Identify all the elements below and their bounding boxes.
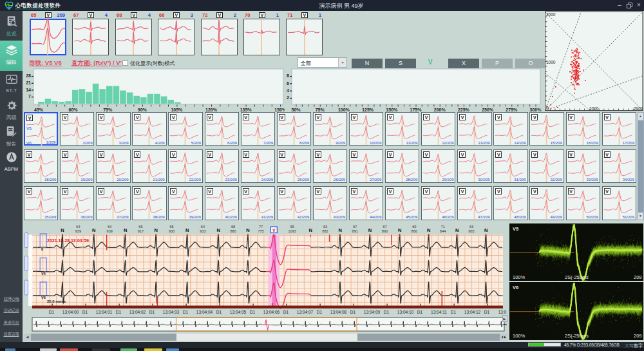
svg-text:100%: 100% xyxy=(513,333,526,339)
svg-text:939: 939 xyxy=(75,229,81,233)
svg-text:64: 64 xyxy=(76,225,80,229)
svg-text:125%: 125% xyxy=(362,108,374,112)
svg-text:891: 891 xyxy=(352,229,358,233)
svg-text:200%: 200% xyxy=(434,108,446,112)
svg-text:8: 8 xyxy=(287,73,289,78)
svg-text:120%: 120% xyxy=(205,108,218,112)
svg-text:N: N xyxy=(427,227,430,233)
svg-text:105%: 105% xyxy=(171,108,183,112)
svg-text:917: 917 xyxy=(138,229,144,233)
svg-text:V5: V5 xyxy=(513,226,518,232)
svg-text:63: 63 xyxy=(469,225,473,229)
svg-text:28: 28 xyxy=(26,73,31,78)
svg-text:933: 933 xyxy=(200,229,205,233)
svg-text:90%: 90% xyxy=(138,108,147,112)
svg-text:13:04:00: 13:04:00 xyxy=(62,310,79,314)
svg-text:13:04:10: 13:04:10 xyxy=(397,310,414,314)
svg-text:13:04:01: 13:04:01 xyxy=(96,310,113,314)
svg-text:D1: D1 xyxy=(317,310,323,314)
svg-text:N: N xyxy=(155,227,158,233)
svg-text:25.0 mm/s: 25.0 mm/s xyxy=(47,299,66,303)
svg-text:D1: D1 xyxy=(116,310,122,314)
svg-text:65: 65 xyxy=(169,225,173,229)
svg-text:D1: D1 xyxy=(149,310,155,314)
svg-text:275%: 275% xyxy=(506,108,518,112)
svg-text:2000: 2000 xyxy=(546,12,556,17)
svg-text:13:0: 13:0 xyxy=(498,310,507,314)
svg-text:209: 209 xyxy=(634,274,642,280)
svg-text:7: 7 xyxy=(28,94,31,99)
svg-text:225%: 225% xyxy=(458,108,470,112)
svg-text:1093: 1093 xyxy=(289,229,296,233)
svg-text:D1: D1 xyxy=(384,310,390,314)
svg-text:135%: 135% xyxy=(240,108,252,112)
svg-text:65: 65 xyxy=(138,225,142,229)
svg-text:D1: D1 xyxy=(451,310,457,314)
svg-text:880: 880 xyxy=(231,229,236,233)
svg-text:890: 890 xyxy=(382,229,388,233)
svg-text:N: N xyxy=(61,227,64,233)
svg-text:4: 4 xyxy=(287,88,289,93)
svg-text:77: 77 xyxy=(259,225,263,229)
svg-text:V6: V6 xyxy=(513,285,518,290)
svg-text:1000: 1000 xyxy=(589,106,599,111)
svg-text:13:04:05: 13:04:05 xyxy=(230,310,247,314)
svg-text:2S(-250ms: 2S(-250ms xyxy=(565,333,589,339)
svg-text:50%: 50% xyxy=(291,108,301,112)
svg-text:13:04:04: 13:04:04 xyxy=(196,310,213,314)
svg-text:300%: 300% xyxy=(530,108,542,112)
svg-text:939: 939 xyxy=(107,229,113,233)
svg-text:N: N xyxy=(484,227,488,233)
svg-text:844: 844 xyxy=(440,229,446,233)
svg-text:209: 209 xyxy=(634,333,642,339)
svg-text:D1: D1 xyxy=(250,310,256,314)
svg-text:75%: 75% xyxy=(316,108,325,112)
svg-text:13:04:03: 13:04:03 xyxy=(163,310,180,314)
svg-text:D1: D1 xyxy=(49,310,55,314)
svg-text:100%: 100% xyxy=(338,108,350,112)
svg-text:D1: D1 xyxy=(183,310,189,314)
svg-text:1000: 1000 xyxy=(546,60,556,64)
svg-text:N: N xyxy=(246,227,249,233)
svg-text:45%: 45% xyxy=(34,108,44,112)
svg-text:60%: 60% xyxy=(69,108,79,112)
svg-text:N: N xyxy=(216,227,220,233)
svg-text:69: 69 xyxy=(412,225,416,229)
svg-text:6: 6 xyxy=(287,81,289,86)
svg-text:N: N xyxy=(368,227,372,233)
svg-text:V: V xyxy=(272,228,276,232)
svg-text:13:04:02: 13:04:02 xyxy=(129,310,146,314)
svg-text:882: 882 xyxy=(323,229,328,233)
svg-text:71: 71 xyxy=(441,225,445,229)
svg-text:N: N xyxy=(338,227,341,233)
svg-text:II: II xyxy=(41,247,44,251)
svg-text:D1: D1 xyxy=(82,310,88,314)
svg-text:21: 21 xyxy=(26,81,31,85)
svg-text:930: 930 xyxy=(169,229,175,233)
svg-text:175%: 175% xyxy=(410,108,422,112)
svg-text:D1: D1 xyxy=(283,310,289,314)
svg-text:N: N xyxy=(185,227,189,233)
svg-text:D1: D1 xyxy=(350,310,356,314)
svg-text:64: 64 xyxy=(201,225,205,229)
svg-text:2021.10.28 13:03:59: 2021.10.28 13:03:59 xyxy=(47,238,89,243)
svg-text:13:04:09: 13:04:09 xyxy=(364,310,381,314)
svg-text:N: N xyxy=(124,227,127,233)
svg-text:75%: 75% xyxy=(103,108,113,112)
svg-text:2S(-250ms: 2S(-250ms xyxy=(565,274,589,280)
svg-text:55: 55 xyxy=(290,225,294,229)
svg-text:775: 775 xyxy=(258,229,264,233)
svg-text:13:04:11: 13:04:11 xyxy=(431,310,447,314)
svg-text:250%: 250% xyxy=(482,108,494,112)
svg-text:865: 865 xyxy=(469,229,475,233)
svg-text:N: N xyxy=(455,227,459,233)
svg-text:63: 63 xyxy=(323,225,327,229)
svg-text:D1: D1 xyxy=(216,310,222,314)
svg-text:866: 866 xyxy=(412,229,417,233)
svg-text:13:04:06: 13:04:06 xyxy=(263,310,280,314)
svg-text:N: N xyxy=(92,227,95,233)
svg-text:100%: 100% xyxy=(513,274,526,280)
svg-text:2: 2 xyxy=(287,95,289,100)
svg-text:N: N xyxy=(398,227,401,233)
svg-text:N: N xyxy=(308,227,312,233)
